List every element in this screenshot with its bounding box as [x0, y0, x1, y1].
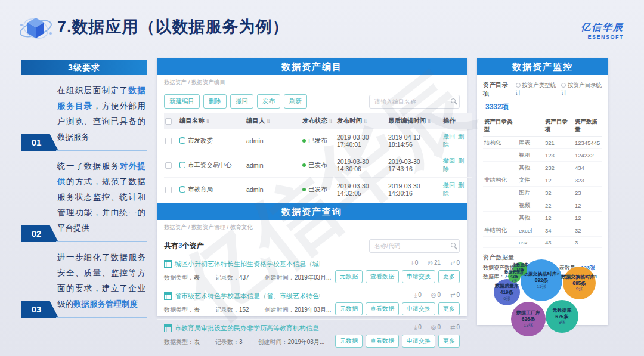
bubble-data-security-db[interactable]: 数据安全库42条1张	[508, 270, 521, 283]
requirement-badge-3: 03	[21, 301, 58, 318]
download-icon: ⤓	[414, 292, 417, 298]
search-icon[interactable]	[451, 243, 456, 247]
editor-cell: admin	[245, 178, 301, 202]
more-button[interactable]: 更多	[438, 270, 460, 283]
select-all-checkbox[interactable]	[165, 118, 172, 125]
catalog-items-total: 3332项	[485, 102, 602, 112]
catalog-toolbar: 新建编目 删除 撤回 发布 刷新	[157, 89, 467, 112]
publish-time-cell: 2019-03-30 17:40:01	[336, 129, 387, 153]
publish-time-cell: 2019-03-30 14:30:06	[336, 153, 387, 178]
radio-by-catalog[interactable]: 按资产目录统计	[561, 82, 602, 97]
row-checkbox[interactable]	[165, 187, 172, 193]
more-button[interactable]: 更多	[438, 302, 460, 315]
requirements-sidebar: 3级要求 在组织层面制定了数据服务目录，方便外部用户浏览、查询已具备的数据服务 …	[21, 60, 147, 318]
catalog-panel-title: 数据资产编目	[157, 58, 467, 75]
catalog-name-link[interactable]: 市发改委	[178, 129, 245, 153]
metadata-button[interactable]: 元数据	[335, 302, 363, 315]
row-actions: 撤回删除	[442, 129, 472, 153]
published-dot-icon	[302, 139, 306, 143]
delete-button[interactable]: 删除	[203, 94, 227, 109]
asset-meta: 数据类型：表 记录数：437 创建时间：2019年03月...	[164, 274, 320, 282]
brand-logo-en: ESENSOFT	[581, 34, 624, 40]
search-icon[interactable]	[451, 98, 456, 103]
published-dot-icon	[302, 163, 306, 167]
sort-icon[interactable]: ⇅	[329, 119, 333, 124]
catalog-table-header: 编目名称⇅ 编目人⇅ 发布状态⇅ 发布时间⇅ 最后编辑时间⇅ 操作	[164, 113, 472, 129]
brand-logo-cn: 亿信华辰	[581, 21, 624, 34]
asset-stats: ⤓0 ◎0 ⇄0	[414, 292, 460, 299]
requirement-badge-1: 01	[21, 134, 58, 151]
refresh-button[interactable]: 刷新	[284, 94, 307, 109]
sort-icon[interactable]: ⇅	[427, 119, 431, 124]
radio-icon[interactable]	[561, 83, 566, 88]
editor-cell: admin	[245, 153, 301, 178]
catalog-name-link[interactable]: 市工资交易中心	[178, 153, 245, 178]
table-row: 视频2212	[483, 199, 602, 212]
table-row: 其他1212	[483, 212, 602, 224]
database-icon	[179, 162, 185, 168]
view-data-button[interactable]: 查看数据	[366, 302, 399, 315]
page-title: 7.数据应用（以数据服务为例）	[57, 16, 289, 38]
monitor-panel-title: 数据资产监控	[477, 58, 608, 75]
withdraw-link[interactable]: 撤回	[443, 157, 455, 164]
views-icon: ◎	[428, 259, 433, 266]
request-exchange-button[interactable]: 申请交换	[402, 335, 435, 348]
editor-cell: admin	[245, 129, 301, 153]
sidebar-header: 3级要求	[21, 60, 147, 75]
asset-title-link[interactable]: 省市级艺术特色学校基本信息（省、市级艺术特色学校基本信息）（/市教育局/教育文化…	[164, 292, 320, 301]
view-data-button[interactable]: 查看数据	[366, 270, 399, 283]
sort-icon[interactable]: ⇅	[363, 119, 367, 124]
query-summary-row: 共有3个资产	[157, 234, 467, 255]
brand-logo: 亿信华辰 ESENSOFT	[581, 21, 624, 40]
row-checkbox[interactable]	[165, 162, 172, 169]
catalog-name-link[interactable]: 市教育局	[178, 178, 245, 202]
database-icon	[179, 186, 185, 193]
withdraw-link[interactable]: 撤回	[443, 182, 455, 188]
asset-search-input[interactable]	[369, 239, 460, 253]
asset-meta: 数据类型：表 记录数：152 创建时间：2019年03月...	[164, 306, 320, 314]
asset-title-link[interactable]: 城区小升初艺体特长生招生资格学校基本信息（城区小升初艺体特长生招生资格学校基本.…	[164, 259, 320, 268]
request-exchange-button[interactable]: 申请交换	[402, 270, 435, 283]
metadata-button[interactable]: 元数据	[335, 270, 363, 283]
query-breadcrumb: 数据资产 / 数据资产管理 / 教育文化	[157, 220, 467, 234]
asset-count-summary: 共有3个资产	[164, 241, 204, 251]
bubble-exchange-temp-db1[interactable]: 数据交换临时库1695条9张	[563, 267, 596, 299]
sort-icon[interactable]: ⇅	[267, 119, 271, 124]
exchange-icon: ⇄	[450, 292, 455, 298]
row-checkbox[interactable]	[165, 138, 172, 144]
withdraw-button[interactable]: 撤回	[230, 94, 253, 109]
catalog-search-input[interactable]	[369, 95, 460, 109]
row-actions: 撤回删除	[442, 153, 472, 178]
monitor-table-header: 资产目录类型 资产目录项资产数据量	[483, 116, 602, 137]
list-item: 市教育局审批设立的民办非学历高等教育机构信息（市教育局审批设立的民办非学历高等.…	[157, 320, 467, 351]
last-edit-cell: 2019-03-30 17:43:16	[387, 153, 442, 178]
download-icon: ⤓	[414, 324, 417, 330]
radio-icon[interactable]	[516, 83, 521, 88]
monitor-table: 资产目录类型 资产目录项资产数据量 结构化库表32112345445 视图123…	[483, 116, 602, 248]
more-button[interactable]: 更多	[438, 335, 460, 348]
publish-button[interactable]: 发布	[257, 94, 280, 109]
sort-icon[interactable]: ⇅	[206, 119, 210, 124]
asset-title-link[interactable]: 市教育局审批设立的民办非学历高等教育机构信息（市教育局审批设立的民办非学历高等.…	[164, 324, 320, 333]
requirement-item-1: 在组织层面制定了数据服务目录，方便外部用户浏览、查询已具备的数据服务 01	[21, 75, 147, 151]
new-catalog-button[interactable]: 新建编目	[164, 94, 200, 109]
requirement-text-1: 在组织层面制定了数据服务目录，方便外部用户浏览、查询已具备的数据服务	[57, 83, 145, 145]
divider	[56, 317, 147, 318]
table-row: 图片3223	[483, 187, 602, 199]
asset-meta: 数据类型：表 记录数：3 创建时间：2019年03月...	[164, 338, 320, 346]
slide: 7.数据应用（以数据服务为例） 亿信华辰 ESENSOFT 3级要求 在组织层面…	[0, 0, 644, 356]
bubble-metadata-db[interactable]: 元数据库675条8张	[546, 300, 578, 333]
database-icon	[179, 137, 185, 144]
bubble-data-factory-db[interactable]: 数据工厂库626条13张	[511, 302, 546, 336]
table-row: 非结构化文件12323	[483, 174, 602, 187]
metadata-button[interactable]: 元数据	[335, 335, 363, 348]
monitor-filter-row: 资产目录项 按资产类型统计 按资产目录统计	[483, 81, 602, 98]
list-item: 省市级艺术特色学校基本信息（省、市级艺术特色学校基本信息）（/市教育局/教育文化…	[157, 287, 467, 320]
radio-by-type[interactable]: 按资产类型统计	[516, 82, 557, 97]
catalog-search	[369, 95, 460, 109]
request-exchange-button[interactable]: 申请交换	[402, 302, 435, 315]
withdraw-link[interactable]: 撤回	[443, 133, 455, 140]
status-cell: 已发布	[301, 129, 336, 153]
asset-search	[369, 239, 460, 253]
view-data-button[interactable]: 查看数据	[366, 335, 399, 348]
